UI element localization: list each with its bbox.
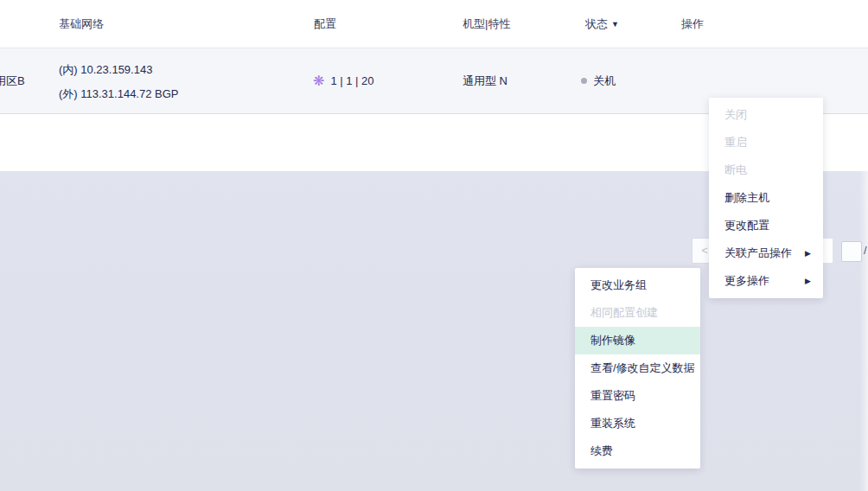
internal-ip: (内) 10.23.159.143 bbox=[59, 58, 179, 82]
menu-item-create-image[interactable]: 制作镜像 bbox=[575, 327, 700, 354]
status-cell: 关机 bbox=[581, 48, 616, 114]
filter-caret-icon: ▼ bbox=[611, 0, 619, 48]
network-cell: (内) 10.23.159.143 (外) 113.31.144.72 BGP bbox=[59, 58, 179, 106]
menu-item-restart[interactable]: 重启 bbox=[709, 129, 823, 156]
page-jump-input[interactable] bbox=[841, 241, 862, 262]
menu-item-reinstall-system[interactable]: 重装系统 bbox=[575, 410, 700, 437]
backdrop-right-edge bbox=[859, 171, 868, 491]
menu-item-label: 更多操作 bbox=[724, 274, 769, 287]
col-header-status-label: 状态 bbox=[585, 17, 608, 30]
menu-item-more-actions[interactable]: 更多操作▶ bbox=[709, 267, 823, 295]
col-header-actions: 操作 bbox=[681, 0, 704, 48]
submenu-arrow-icon: ▶ bbox=[805, 267, 811, 295]
config-cell: ❋1 | 1 | 20 bbox=[313, 48, 374, 114]
menu-item-shutdown[interactable]: 关闭 bbox=[709, 101, 823, 129]
menu-item-reset-password[interactable]: 重置密码 bbox=[575, 382, 700, 410]
menu-item-create-same-config[interactable]: 相同配置创建 bbox=[575, 299, 700, 327]
status-dot-icon bbox=[581, 78, 587, 84]
menu-item-change-business-group[interactable]: 更改业务组 bbox=[575, 271, 700, 299]
menu-item-related-product-actions[interactable]: 关联产品操作▶ bbox=[709, 239, 823, 267]
config-flower-icon: ❋ bbox=[313, 73, 324, 88]
menu-item-delete-host[interactable]: 删除主机 bbox=[709, 184, 823, 212]
table-header: 基础网络 配置 机型|特性 状态▼ 操作 bbox=[0, 0, 868, 48]
more-actions-submenu: 更改业务组 相同配置创建 制作镜像 查看/修改自定义数据 重置密码 重装系统 续… bbox=[575, 268, 700, 469]
menu-item-view-edit-custom-data[interactable]: 查看/修改自定义数据 bbox=[575, 354, 700, 382]
machine-type-cell: 通用型 N bbox=[463, 48, 507, 114]
actions-dropdown-menu: 关闭 重启 断电 删除主机 更改配置 关联产品操作▶ 更多操作▶ bbox=[709, 98, 823, 298]
submenu-arrow-icon: ▶ bbox=[805, 239, 811, 267]
external-ip: (外) 113.31.144.72 BGP bbox=[59, 82, 179, 106]
zone-label: 可用区B bbox=[0, 48, 25, 114]
col-header-network: 基础网络 bbox=[59, 0, 104, 48]
page-total-slash: / bbox=[864, 239, 867, 263]
col-header-machine-type: 机型|特性 bbox=[463, 0, 510, 48]
menu-item-label: 关联产品操作 bbox=[724, 246, 792, 259]
col-header-status-filter[interactable]: 状态▼ bbox=[585, 0, 619, 48]
menu-item-renew[interactable]: 续费 bbox=[575, 437, 700, 465]
menu-item-power-off[interactable]: 断电 bbox=[709, 156, 823, 184]
console-page: 基础网络 配置 机型|特性 状态▼ 操作 可用区B (内) 10.23.159.… bbox=[0, 0, 868, 491]
status-text: 关机 bbox=[593, 74, 616, 87]
col-header-config: 配置 bbox=[314, 0, 336, 48]
menu-item-change-config[interactable]: 更改配置 bbox=[709, 212, 823, 239]
config-value: 1 | 1 | 20 bbox=[330, 74, 373, 87]
